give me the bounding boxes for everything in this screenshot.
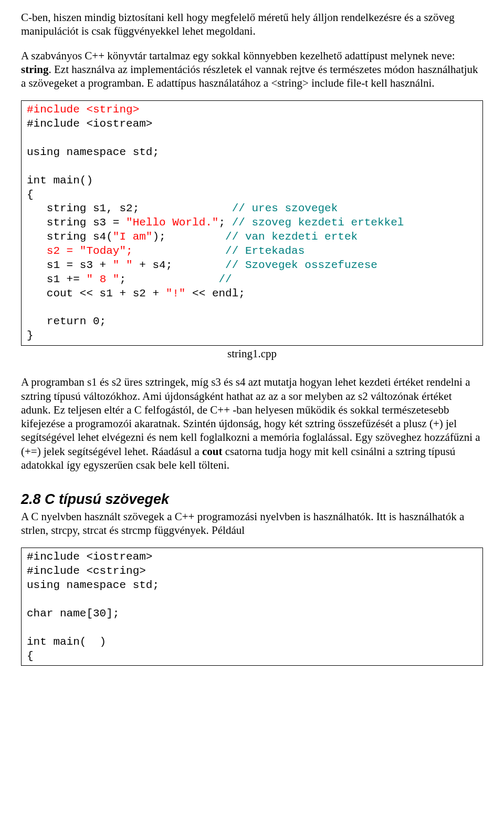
c1-l9b: "Today" bbox=[80, 245, 126, 257]
paragraph-4: A C nyelvben használt szövegek a C++ pro… bbox=[21, 510, 483, 538]
c1-l11d: // bbox=[218, 273, 232, 285]
c2-l2: #include <cstring> bbox=[27, 565, 146, 577]
c1-l8c: ); bbox=[152, 231, 225, 243]
c1-l9a: s2 = bbox=[27, 245, 80, 257]
c1-l1: #include <string> bbox=[27, 104, 139, 116]
c1-l8a: string s4( bbox=[27, 231, 113, 243]
paragraph-1: C-ben, hiszen mindig biztosítani kell ho… bbox=[21, 11, 483, 38]
p2-text-a: A szabványos C++ könyvtár tartalmaz egy … bbox=[21, 49, 455, 62]
p3-bold: cout bbox=[202, 445, 223, 458]
c1-l11a: s1 += bbox=[27, 273, 86, 285]
code-block-2: #include <iostream> #include <cstring> u… bbox=[21, 548, 483, 666]
c1-l5: { bbox=[27, 189, 34, 201]
code-caption-1: string1.cpp bbox=[21, 347, 483, 360]
c2-l6: { bbox=[27, 650, 34, 662]
c1-l10c: + s4; bbox=[133, 259, 225, 271]
c1-l11b: " 8 " bbox=[86, 273, 119, 285]
c1-l13: return 0; bbox=[27, 315, 106, 327]
c1-l10d: // Szovegek osszefuzese bbox=[225, 259, 377, 271]
paragraph-2: A szabványos C++ könyvtár tartalmaz egy … bbox=[21, 49, 483, 90]
c1-l10b: " " bbox=[113, 259, 133, 271]
c1-l4: int main() bbox=[27, 174, 93, 187]
c1-l11c: ; bbox=[119, 273, 218, 285]
c1-l7a: string s3 = bbox=[27, 216, 126, 229]
c1-l7d: // szoveg kezdeti ertekkel bbox=[232, 216, 404, 229]
c1-l8b: "I am" bbox=[113, 231, 153, 243]
c1-l12c: << endl; bbox=[185, 287, 245, 300]
c1-l12b: "!" bbox=[166, 287, 186, 300]
c1-l8d: // van kezdeti ertek bbox=[225, 231, 358, 243]
c1-l2: #include <iostream> bbox=[27, 118, 152, 130]
c1-l12a: cout << s1 + s2 + bbox=[27, 287, 166, 300]
c2-l3: using namespace std; bbox=[27, 579, 159, 591]
c2-l1: #include <iostream> bbox=[27, 551, 152, 563]
p2-text-b: . Ezt használva az implementációs részle… bbox=[21, 63, 478, 89]
c1-l9d: // Ertekadas bbox=[225, 245, 304, 257]
section-heading: 2.8 C típusú szövegek bbox=[21, 491, 483, 509]
c1-l9c: ; bbox=[126, 245, 225, 257]
c2-l5: int main( ) bbox=[27, 636, 106, 648]
c1-l10a: s1 = s3 + bbox=[27, 259, 113, 271]
paragraph-3: A programban s1 és s2 üres sztringek, mí… bbox=[21, 375, 483, 472]
c1-l7c: ; bbox=[218, 216, 232, 229]
c1-l14: } bbox=[27, 329, 34, 342]
c1-l6b: // ures szovegek bbox=[232, 202, 338, 214]
c2-l4: char name[30]; bbox=[27, 607, 119, 620]
c1-l6a: string s1, s2; bbox=[27, 202, 232, 214]
p2-bold: string bbox=[21, 63, 49, 76]
c1-l3: using namespace std; bbox=[27, 146, 159, 158]
code-block-1: #include <string> #include <iostream> us… bbox=[21, 100, 483, 346]
c1-l7b: "Hello World." bbox=[126, 216, 218, 229]
